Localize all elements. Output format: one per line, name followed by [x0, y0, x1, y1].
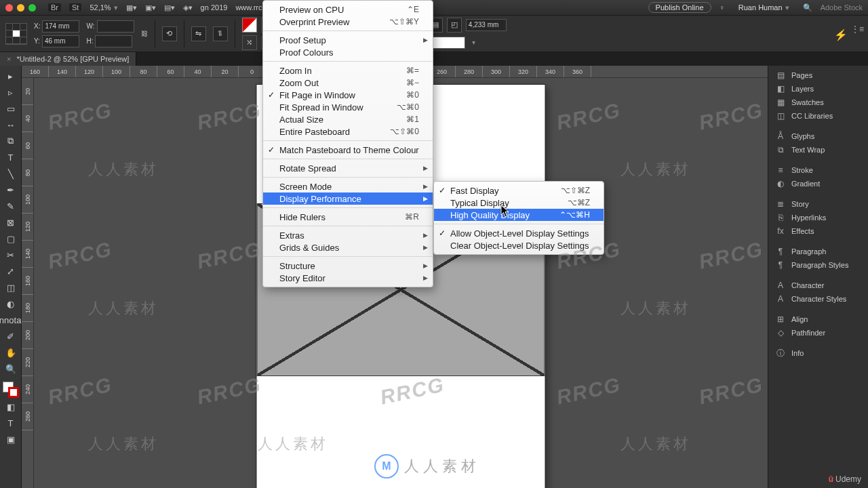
pen-tool-icon[interactable]: ✒: [2, 182, 20, 197]
menu-item-extras[interactable]: Extras: [263, 229, 433, 241]
menu-item-fit-spread-in-window[interactable]: Fit Spread in Window⌥⌘0: [263, 101, 433, 113]
direct-selection-tool-icon[interactable]: ▹: [2, 85, 20, 100]
panel-text-wrap[interactable]: ⧉Text Wrap: [768, 143, 868, 157]
eyedropper-tool-icon[interactable]: ✐: [2, 329, 20, 344]
bridge-icon[interactable]: Br: [48, 3, 61, 12]
arrange-icon[interactable]: ▤▾: [164, 3, 175, 12]
default-fill-stroke-icon[interactable]: ◧: [2, 399, 20, 414]
menu-item-zoom-in[interactable]: Zoom In⌘=: [263, 64, 433, 77]
y-field[interactable]: [42, 35, 79, 47]
rectangle-frame-tool-icon[interactable]: ⊠: [2, 215, 20, 230]
formatting-container-icon[interactable]: T: [2, 415, 20, 430]
panel-info[interactable]: ⓘInfo: [768, 346, 868, 360]
document-tab[interactable]: × *Untitled-2 @ 52% [GPU Preview]: [0, 52, 136, 66]
menu-item-preview-on-cpu[interactable]: Preview on CPU⌃E: [263, 3, 433, 16]
menu-item-proof-colours[interactable]: Proof Colours: [263, 46, 433, 58]
reference-point[interactable]: [5, 23, 27, 45]
content-collector-icon[interactable]: ⧉: [2, 134, 20, 148]
zoom-level[interactable]: 52,1%: [90, 3, 117, 12]
w-field[interactable]: [97, 20, 134, 33]
panel-align[interactable]: ⊞Align: [768, 312, 868, 326]
fill-swatch[interactable]: [428, 37, 465, 49]
menu-item-fit-page-in-window[interactable]: Fit Page in Window⌘0: [263, 89, 433, 101]
menu-item-allow-object-level-display-settings[interactable]: Allow Object-Level Display Settings: [434, 227, 604, 239]
hand-tool-icon[interactable]: ✋: [2, 345, 20, 360]
adobe-stock-link[interactable]: Adobe Stock: [821, 3, 863, 12]
stock-icon[interactable]: St: [69, 3, 81, 12]
panel-character-styles[interactable]: ACharacter Styles: [768, 292, 868, 306]
fill-menu[interactable]: [469, 39, 475, 46]
panel-layers[interactable]: ◧Layers: [768, 82, 868, 96]
vertical-ruler[interactable]: 20406080100120140160180200220240260: [22, 78, 34, 488]
panel-paragraph[interactable]: ¶Paragraph: [768, 245, 868, 258]
x-field[interactable]: [42, 20, 79, 33]
publish-online-button[interactable]: Publish Online: [648, 2, 711, 13]
menu-item-clear-object-level-display-settings[interactable]: Clear Object-Level Display Settings: [434, 239, 604, 251]
menu-item-actual-size[interactable]: Actual Size⌘1: [263, 113, 433, 125]
rotate-icon[interactable]: ⟲: [162, 26, 177, 41]
panel-gradient[interactable]: ◐Gradient: [768, 177, 868, 190]
line-tool-icon[interactable]: ╲: [2, 166, 20, 181]
selection-tool-icon[interactable]: ▸: [2, 68, 20, 83]
close-tab-icon[interactable]: ×: [7, 55, 11, 63]
type-tool-icon[interactable]: T: [2, 150, 20, 165]
menu-item-typical-display[interactable]: Typical Display⌥⌘Z: [434, 197, 604, 209]
menu-item-screen-mode[interactable]: Screen Mode: [263, 180, 433, 192]
menu-item-proof-setup[interactable]: Proof Setup: [263, 34, 433, 46]
zoom-window-icon[interactable]: [28, 4, 36, 12]
screen-mode-icon[interactable]: ▣▾: [145, 3, 156, 12]
workspace-switcher[interactable]: Ruan Human: [733, 3, 795, 12]
panel-glyphs[interactable]: ÅGlyphs: [768, 129, 868, 143]
view-options-icon[interactable]: ▦▾: [126, 3, 137, 12]
flyout-icon[interactable]: ⋮≡: [851, 24, 864, 34]
menu-item-fast-display[interactable]: Fast Display⌥⇧⌘Z: [434, 184, 604, 197]
rectangle-tool-icon[interactable]: ▢: [2, 231, 20, 246]
help-icon[interactable]: ♀: [719, 3, 725, 12]
menu-item-high-quality-display[interactable]: High Quality Display⌃⌥⌘H: [434, 209, 604, 221]
panel-character[interactable]: ACharacter: [768, 279, 868, 292]
corner-options-icon[interactable]: ◰: [447, 18, 462, 33]
fill-stroke-toolbox[interactable]: [3, 382, 19, 398]
panel-pathfinder[interactable]: ◇Pathfinder: [768, 326, 868, 340]
menu-item-structure[interactable]: Structure: [263, 260, 433, 272]
minimize-window-icon[interactable]: [17, 4, 24, 12]
panel-stroke[interactable]: ≡Stroke: [768, 163, 868, 177]
panel-effects[interactable]: fxEffects: [768, 224, 868, 238]
flip-h-icon[interactable]: ⇋: [191, 26, 206, 41]
swap-fill-stroke-icon[interactable]: ⤭: [242, 35, 257, 50]
zoom-tool-icon[interactable]: 🔍: [2, 361, 20, 376]
gpu-icon[interactable]: ◈▾: [183, 3, 193, 12]
gradient-swatch-tool-icon[interactable]: ◫: [2, 280, 20, 295]
search-icon[interactable]: 🔍: [803, 3, 812, 12]
screen-mode-tool-icon[interactable]: ▣: [2, 432, 20, 447]
menu-item-display-performance[interactable]: Display Performance: [263, 192, 433, 205]
gap-tool-icon[interactable]: ↔: [2, 117, 20, 132]
note-tool-icon[interactable]: �annotating: [2, 312, 20, 327]
scissors-tool-icon[interactable]: ✂: [2, 247, 20, 262]
panel-pages[interactable]: ▤Pages: [768, 68, 868, 82]
gradient-feather-tool-icon[interactable]: ◐: [2, 296, 20, 311]
panel-label: Glyphs: [791, 132, 814, 140]
page-tool-icon[interactable]: ▭: [2, 101, 20, 116]
menu-item-match-pasteboard-to-theme-colour[interactable]: Match Pasteboard to Theme Colour: [263, 144, 433, 156]
menu-item-overprint-preview[interactable]: Overprint Preview⌥⇧⌘Y: [263, 16, 433, 28]
panel-paragraph-styles[interactable]: ¶Paragraph Styles: [768, 258, 868, 272]
menu-item-entire-pasteboard[interactable]: Entire Pasteboard⌥⇧⌘0: [263, 125, 433, 138]
menu-item-zoom-out[interactable]: Zoom Out⌘−: [263, 77, 433, 89]
panel-swatches[interactable]: ▦Swatches: [768, 96, 868, 109]
menu-item-grids-guides[interactable]: Grids & Guides: [263, 241, 433, 253]
corner-radius-field[interactable]: [466, 19, 507, 31]
pencil-tool-icon[interactable]: ✎: [2, 199, 20, 214]
panel-cc-libraries[interactable]: ◫CC Libraries: [768, 109, 868, 123]
close-window-icon[interactable]: [5, 4, 13, 12]
flip-v-icon[interactable]: ⥮: [213, 26, 228, 41]
menu-item-hide-rulers[interactable]: Hide Rulers⌘R: [263, 211, 433, 223]
constrain-icon[interactable]: ⛓: [141, 30, 148, 37]
panel-story[interactable]: ≣Story: [768, 197, 868, 211]
free-transform-tool-icon[interactable]: ⤢: [2, 264, 20, 279]
fill-stroke-swatch[interactable]: [242, 18, 257, 33]
menu-item-rotate-spread[interactable]: Rotate Spread: [263, 162, 433, 174]
h-field[interactable]: [95, 35, 132, 47]
menu-item-story-editor[interactable]: Story Editor: [263, 272, 433, 284]
panel-hyperlinks[interactable]: ⎘Hyperlinks: [768, 211, 868, 224]
